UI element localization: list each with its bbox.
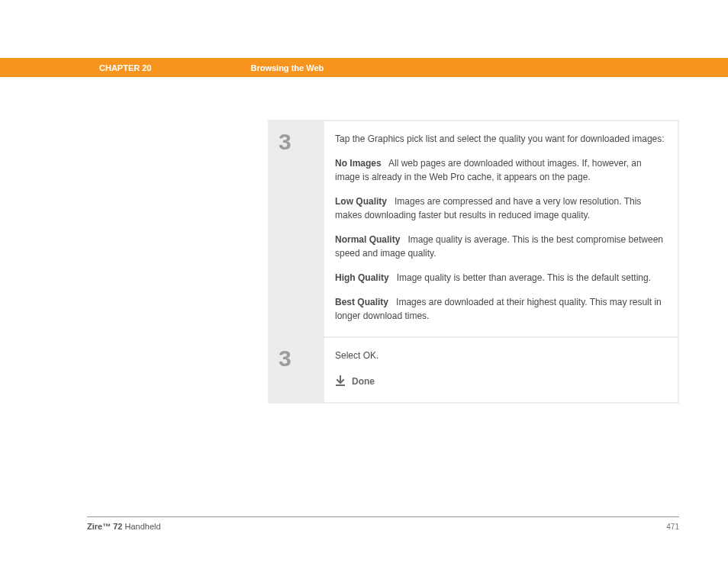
done-label: Done [352,375,375,388]
quality-name: No Images [335,158,382,169]
footer-product-type: Handheld [125,522,161,531]
footer-model: 72 [113,522,122,531]
quality-name: Low Quality [335,196,387,207]
quality-name: Normal Quality [335,234,400,245]
done-arrow-icon [335,375,346,388]
step-intro: Tap the Graphics pick list and select th… [335,132,665,146]
footer-product: Zire™ 72 Handheld [87,522,161,531]
quality-name: High Quality [335,272,389,283]
chapter-label: CHAPTER 20 [99,63,151,72]
step-number: 3 [269,121,324,336]
step-body: Tap the Graphics pick list and select th… [324,121,678,336]
step-number: 3 [269,338,324,402]
quality-option: Low Quality Images are compressed and ha… [335,195,665,222]
footer-brand: Zire [87,522,102,531]
step-row: 3 Tap the Graphics pick list and select … [269,121,678,336]
done-indicator: Done [335,375,665,388]
quality-option: Normal Quality Image quality is average.… [335,233,665,260]
footer-page-number: 471 [666,523,679,531]
steps-container: 3 Tap the Graphics pick list and select … [268,120,679,404]
quality-desc: All web pages are downloaded without ima… [335,158,642,182]
step-row: 3 Select OK. Done [269,338,678,402]
chapter-header: CHAPTER 20 Browsing the Web [0,58,728,77]
step-body: Select OK. Done [324,338,678,402]
quality-option: No Images All web pages are downloaded w… [335,156,665,184]
quality-desc: Image quality is better than average. Th… [397,272,651,283]
quality-name: Best Quality [335,297,388,307]
page-footer: Zire™ 72 Handheld 471 [87,516,679,531]
quality-option: Best Quality Images are downloaded at th… [335,295,665,323]
step-text: Select OK. [335,349,665,362]
quality-option: High Quality Image quality is better tha… [335,271,665,285]
section-label: Browsing the Web [250,63,324,72]
footer-tm: ™ [102,522,111,531]
